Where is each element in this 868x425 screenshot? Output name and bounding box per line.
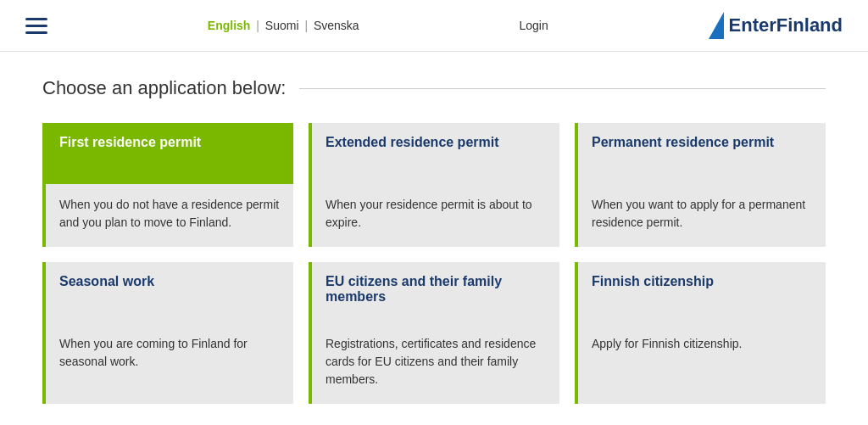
lang-english[interactable]: English	[208, 19, 251, 32]
card-eu-citizens[interactable]: EU citizens and their family membersRegi…	[309, 262, 559, 404]
hamburger-menu[interactable]	[25, 18, 47, 34]
page-title-row: Choose an application below:	[42, 77, 826, 99]
header: English | Suomi | Svenska Login EnterFin…	[0, 0, 868, 52]
card-permanent-residence[interactable]: Permanent residence permitWhen you want …	[575, 123, 826, 247]
card-first-residence[interactable]: First residence permitWhen you do not ha…	[42, 123, 293, 247]
lang-svenska[interactable]: Svenska	[314, 19, 359, 32]
card-body-finnish-citizenship: Apply for Finnish citizenship.	[578, 323, 826, 404]
logo-text: EnterFinland	[729, 14, 843, 36]
card-seasonal-work[interactable]: Seasonal workWhen you are coming to Finl…	[42, 262, 293, 404]
card-header-permanent-residence: Permanent residence permit	[578, 123, 826, 184]
logo: EnterFinland	[709, 12, 843, 39]
card-header-first-residence: First residence permit	[46, 123, 293, 184]
card-body-eu-citizens: Registrations, certificates and residenc…	[312, 323, 559, 404]
card-header-seasonal-work: Seasonal work	[46, 262, 293, 323]
cards-grid: First residence permitWhen you do not ha…	[42, 123, 826, 404]
lang-suomi[interactable]: Suomi	[265, 19, 299, 32]
card-header-eu-citizens: EU citizens and their family members	[312, 262, 559, 323]
card-extended-residence[interactable]: Extended residence permitWhen your resid…	[309, 123, 559, 247]
card-header-extended-residence: Extended residence permit	[312, 123, 559, 184]
login-link[interactable]: Login	[519, 19, 548, 32]
card-body-first-residence: When you do not have a residence permit …	[46, 184, 293, 247]
main-content: Choose an application below: First resid…	[0, 52, 868, 425]
card-body-extended-residence: When your residence permit is about to e…	[312, 184, 559, 247]
card-body-seasonal-work: When you are coming to Finland for seaso…	[46, 323, 293, 404]
card-body-permanent-residence: When you want to apply for a permanent r…	[578, 184, 826, 247]
title-divider	[299, 88, 826, 89]
card-finnish-citizenship[interactable]: Finnish citizenshipApply for Finnish cit…	[575, 262, 826, 404]
language-nav: English | Suomi | Svenska	[208, 19, 359, 32]
card-header-finnish-citizenship: Finnish citizenship	[578, 262, 826, 323]
logo-triangle-icon	[709, 12, 724, 39]
page-title: Choose an application below:	[42, 77, 286, 99]
